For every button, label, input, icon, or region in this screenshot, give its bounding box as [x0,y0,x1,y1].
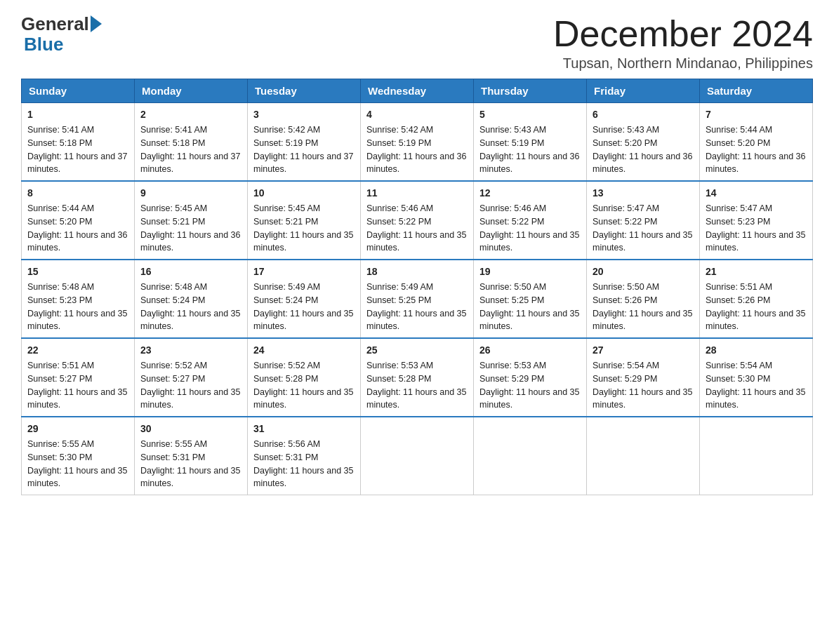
table-row [474,417,587,495]
table-row: 14 Sunrise: 5:47 AM Sunset: 5:23 PM Dayl… [700,181,813,260]
day-number: 30 [140,422,241,436]
table-row: 25 Sunrise: 5:53 AM Sunset: 5:28 PM Dayl… [361,338,474,417]
day-number: 8 [27,186,128,201]
sunset-label: Sunset: 5:20 PM [593,138,657,148]
logo: General Blue [21,14,103,54]
daylight-label: Daylight: 11 hours and 35 minutes. [706,230,805,253]
day-number: 3 [253,107,355,122]
table-row: 27 Sunrise: 5:54 AM Sunset: 5:29 PM Dayl… [587,338,700,417]
table-row: 9 Sunrise: 5:45 AM Sunset: 5:21 PM Dayli… [135,181,248,260]
title-block: December 2024 Tupsan, Northern Mindanao,… [553,14,813,72]
sunrise-label: Sunrise: 5:44 AM [27,203,94,213]
sunset-label: Sunset: 5:26 PM [593,295,657,305]
logo-text-general: General [21,14,89,34]
day-number: 29 [27,422,128,436]
daylight-label: Daylight: 11 hours and 35 minutes. [366,309,466,332]
daylight-label: Daylight: 11 hours and 35 minutes. [140,309,240,332]
table-row: 6 Sunrise: 5:43 AM Sunset: 5:20 PM Dayli… [587,103,700,182]
table-row: 18 Sunrise: 5:49 AM Sunset: 5:25 PM Dayl… [361,260,474,338]
table-row: 22 Sunrise: 5:51 AM Sunset: 5:27 PM Dayl… [22,338,135,417]
daylight-label: Daylight: 11 hours and 35 minutes. [706,387,805,410]
table-row [700,417,813,495]
sunset-label: Sunset: 5:20 PM [706,138,770,148]
day-number: 21 [706,264,807,279]
sunset-label: Sunset: 5:24 PM [253,295,318,305]
sunrise-label: Sunrise: 5:55 AM [140,439,207,449]
day-number: 9 [140,186,241,201]
sunset-label: Sunset: 5:28 PM [366,374,431,384]
sunset-label: Sunset: 5:23 PM [706,217,770,227]
sunrise-label: Sunrise: 5:49 AM [253,282,320,292]
day-number: 18 [366,264,468,279]
sunrise-label: Sunrise: 5:51 AM [27,361,94,370]
col-tuesday: Tuesday [248,79,361,103]
sunset-label: Sunset: 5:27 PM [140,374,205,384]
sunset-label: Sunset: 5:30 PM [706,374,770,384]
table-row: 24 Sunrise: 5:52 AM Sunset: 5:28 PM Dayl… [248,338,361,417]
table-row: 7 Sunrise: 5:44 AM Sunset: 5:20 PM Dayli… [700,103,813,182]
table-row: 21 Sunrise: 5:51 AM Sunset: 5:26 PM Dayl… [700,260,813,338]
sunrise-label: Sunrise: 5:41 AM [27,125,94,135]
daylight-label: Daylight: 11 hours and 36 minutes. [593,152,692,175]
sunset-label: Sunset: 5:31 PM [253,452,318,462]
table-row: 28 Sunrise: 5:54 AM Sunset: 5:30 PM Dayl… [700,338,813,417]
calendar-table: Sunday Monday Tuesday Wednesday Thursday… [21,79,813,495]
sunrise-label: Sunrise: 5:43 AM [593,125,659,135]
daylight-label: Daylight: 11 hours and 35 minutes. [593,309,692,332]
daylight-label: Daylight: 11 hours and 35 minutes. [140,466,240,489]
table-row: 12 Sunrise: 5:46 AM Sunset: 5:22 PM Dayl… [474,181,587,260]
day-number: 24 [253,343,355,358]
day-number: 15 [27,264,128,279]
table-row: 8 Sunrise: 5:44 AM Sunset: 5:20 PM Dayli… [22,181,135,260]
daylight-label: Daylight: 11 hours and 35 minutes. [253,309,353,332]
sunset-label: Sunset: 5:27 PM [27,374,92,384]
sunset-label: Sunset: 5:19 PM [253,138,318,148]
sunset-label: Sunset: 5:26 PM [706,295,770,305]
table-row [361,417,474,495]
sunset-label: Sunset: 5:21 PM [253,217,318,227]
calendar-header-row: Sunday Monday Tuesday Wednesday Thursday… [22,79,813,103]
sunrise-label: Sunrise: 5:51 AM [706,282,772,292]
table-row: 26 Sunrise: 5:53 AM Sunset: 5:29 PM Dayl… [474,338,587,417]
col-friday: Friday [587,79,700,103]
sunrise-label: Sunrise: 5:46 AM [479,203,546,213]
table-row: 1 Sunrise: 5:41 AM Sunset: 5:18 PM Dayli… [22,103,135,182]
sunset-label: Sunset: 5:19 PM [479,138,544,148]
table-row: 10 Sunrise: 5:45 AM Sunset: 5:21 PM Dayl… [248,181,361,260]
daylight-label: Daylight: 11 hours and 35 minutes. [593,230,692,253]
daylight-label: Daylight: 11 hours and 35 minutes. [366,230,466,253]
sunset-label: Sunset: 5:31 PM [140,452,205,462]
daylight-label: Daylight: 11 hours and 36 minutes. [140,230,240,253]
sunrise-label: Sunrise: 5:47 AM [593,203,659,213]
daylight-label: Daylight: 11 hours and 35 minutes. [27,466,127,489]
table-row: 23 Sunrise: 5:52 AM Sunset: 5:27 PM Dayl… [135,338,248,417]
table-row: 20 Sunrise: 5:50 AM Sunset: 5:26 PM Dayl… [587,260,700,338]
calendar-week-row: 1 Sunrise: 5:41 AM Sunset: 5:18 PM Dayli… [22,103,813,182]
day-number: 4 [366,107,468,122]
day-number: 2 [140,107,241,122]
table-row: 16 Sunrise: 5:48 AM Sunset: 5:24 PM Dayl… [135,260,248,338]
calendar-week-row: 8 Sunrise: 5:44 AM Sunset: 5:20 PM Dayli… [22,181,813,260]
sunrise-label: Sunrise: 5:46 AM [366,203,433,213]
day-number: 5 [479,107,581,122]
daylight-label: Daylight: 11 hours and 35 minutes. [479,387,579,410]
sunrise-label: Sunrise: 5:50 AM [593,282,659,292]
daylight-label: Daylight: 11 hours and 37 minutes. [253,152,353,175]
daylight-label: Daylight: 11 hours and 35 minutes. [479,230,579,253]
table-row [587,417,700,495]
sunset-label: Sunset: 5:29 PM [479,374,544,384]
page-header: General Blue December 2024 Tupsan, North… [21,14,813,72]
table-row: 29 Sunrise: 5:55 AM Sunset: 5:30 PM Dayl… [22,417,135,495]
table-row: 30 Sunrise: 5:55 AM Sunset: 5:31 PM Dayl… [135,417,248,495]
sunset-label: Sunset: 5:23 PM [27,295,92,305]
table-row: 4 Sunrise: 5:42 AM Sunset: 5:19 PM Dayli… [361,103,474,182]
day-number: 19 [479,264,581,279]
sunrise-label: Sunrise: 5:54 AM [593,361,659,370]
col-sunday: Sunday [22,79,135,103]
sunset-label: Sunset: 5:20 PM [27,217,92,227]
sunrise-label: Sunrise: 5:42 AM [253,125,320,135]
day-number: 22 [27,343,128,358]
logo-text-blue: Blue [21,34,103,55]
sunrise-label: Sunrise: 5:54 AM [706,361,772,370]
col-saturday: Saturday [700,79,813,103]
